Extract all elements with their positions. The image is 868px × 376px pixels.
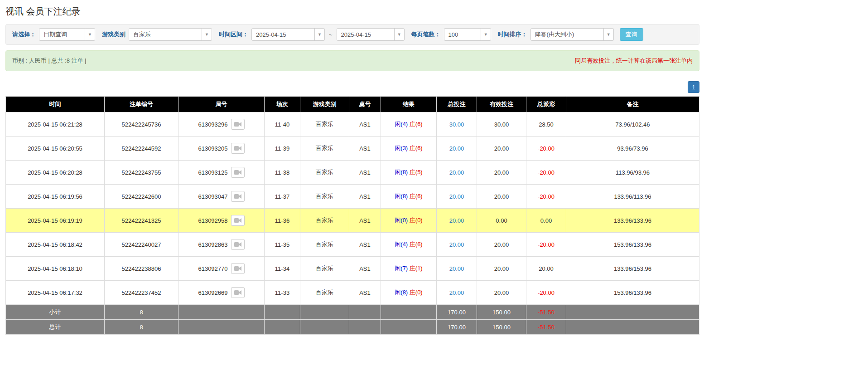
cell-game-type: 百家乐: [300, 209, 349, 233]
date-from-input[interactable]: 2025-04-15 ▼: [251, 28, 325, 41]
chevron-down-icon[interactable]: ▼: [481, 29, 491, 40]
video-replay-button[interactable]: [231, 191, 245, 202]
player-result: 闲(8): [395, 193, 408, 200]
cell-time: 2025-04-15 06:19:56: [6, 185, 105, 209]
column-header: 备注: [566, 97, 699, 112]
cell-payout: -20.00: [526, 281, 566, 305]
cell-result: 闲(4) 庄(6): [381, 233, 437, 257]
cell-table-no: AS1: [349, 233, 381, 257]
cell-bet-id: 522422244592: [105, 137, 178, 161]
column-header: 局号: [178, 97, 265, 112]
time-sort-label: 时间排序：: [498, 30, 527, 39]
cell-valid-bet: 20.00: [477, 185, 526, 209]
date-range-separator: ~: [328, 31, 333, 38]
cell-remark: 133.96/153.96: [566, 257, 699, 281]
select-type-label: 请选择：: [12, 30, 36, 39]
cell-payout: 28.50: [526, 112, 566, 137]
cell-total-bet: 20.00: [437, 209, 477, 233]
banker-result: 庄(1): [410, 265, 423, 272]
chevron-down-icon[interactable]: ▼: [314, 29, 324, 40]
cell-session: 11-39: [265, 137, 300, 161]
cell-round-id: 613092863: [178, 233, 265, 257]
cell-table-no: AS1: [349, 161, 381, 185]
table-body: 2025-04-15 06:21:28522422245736613093296…: [6, 112, 699, 305]
cell-round-id: 613093047: [178, 185, 265, 209]
page-container: 视讯 会员下注纪录 请选择： 日期查询 ▼ 游戏类别 百家乐 ▼ 时间区间： 2…: [0, 0, 705, 376]
cell-remark: 113.96/93.96: [566, 161, 699, 185]
cell-time: 2025-04-15 06:19:19: [6, 209, 105, 233]
column-header: 桌号: [349, 97, 381, 112]
table-header-row: 时间注单编号局号场次游戏类别桌号结果总投注有效投注总派彩备注: [6, 97, 699, 112]
column-header: 结果: [381, 97, 437, 112]
chevron-down-icon[interactable]: ▼: [85, 29, 95, 40]
video-replay-button[interactable]: [231, 287, 245, 298]
cell-total-bet: 20.00: [437, 281, 477, 305]
summary-total-bet: 170.00: [437, 305, 477, 320]
video-replay-button[interactable]: [231, 143, 245, 154]
cell-round-id: 613092958: [178, 209, 265, 233]
summary-count: 8: [105, 320, 178, 335]
cell-table-no: AS1: [349, 209, 381, 233]
cell-time: 2025-04-15 06:20:28: [6, 161, 105, 185]
chevron-down-icon[interactable]: ▼: [394, 29, 404, 40]
total-bet-link[interactable]: 20.00: [449, 169, 464, 176]
game-type-select[interactable]: 百家乐 ▼: [129, 28, 212, 41]
video-replay-button[interactable]: [231, 215, 245, 226]
date-to-value: 2025-04-15: [337, 29, 394, 40]
banker-result: 庄(6): [410, 145, 423, 151]
cell-table-no: AS1: [349, 257, 381, 281]
page-size-select[interactable]: 100 ▼: [444, 28, 491, 41]
chevron-down-icon[interactable]: ▼: [603, 29, 613, 40]
round-id-text: 613093296: [198, 121, 227, 128]
cell-result: 闲(7) 庄(1): [381, 257, 437, 281]
summary-total-bet: 170.00: [437, 320, 477, 335]
column-header: 总投注: [437, 97, 477, 112]
date-to-input[interactable]: 2025-04-15 ▼: [337, 28, 405, 41]
summary-bar: 币别 : 人民币 | 总共 :8 注单 | 同局有效投注，统一计算在该局第一张注…: [5, 50, 699, 71]
cell-session: 11-36: [265, 209, 300, 233]
cell-valid-bet: 20.00: [477, 281, 526, 305]
table-row: 2025-04-15 06:20:28522422243755613093125…: [6, 161, 699, 185]
cell-remark: 133.96/113.96: [566, 185, 699, 209]
total-bet-link[interactable]: 20.00: [449, 289, 464, 296]
query-type-select[interactable]: 日期查询 ▼: [39, 28, 95, 41]
cell-round-id: 613093205: [178, 137, 265, 161]
total-bet-link[interactable]: 20.00: [449, 265, 464, 272]
video-replay-button[interactable]: [231, 239, 245, 250]
chevron-down-icon[interactable]: ▼: [202, 29, 212, 40]
video-replay-button[interactable]: [231, 119, 245, 130]
player-result: 闲(0): [395, 217, 408, 224]
cell-result: 闲(4) 庄(6): [381, 112, 437, 137]
banker-result: 庄(0): [410, 217, 423, 224]
game-type-label: 游戏类别: [102, 30, 125, 39]
total-bet-link[interactable]: 20.00: [449, 217, 464, 224]
total-bet-link[interactable]: 20.00: [449, 241, 464, 248]
player-result: 闲(8): [395, 169, 408, 176]
video-replay-button[interactable]: [231, 263, 245, 274]
video-replay-button[interactable]: [231, 167, 245, 178]
total-bet-link[interactable]: 20.00: [449, 193, 464, 200]
cell-session: 11-34: [265, 257, 300, 281]
table-footer: 小计8170.00150.00-51.50总计8170.00150.00-51.…: [6, 305, 699, 335]
page-1-button[interactable]: 1: [688, 81, 699, 93]
table-row: 2025-04-15 06:19:19522422241325613092958…: [6, 209, 699, 233]
round-id-text: 613092669: [198, 289, 227, 296]
cell-game-type: 百家乐: [300, 161, 349, 185]
cell-time: 2025-04-15 06:21:28: [6, 112, 105, 137]
time-range-label: 时间区间：: [219, 30, 248, 39]
cell-remark: 153.96/133.96: [566, 233, 699, 257]
summary-count: 8: [105, 305, 178, 320]
column-header: 注单编号: [105, 97, 178, 112]
search-button[interactable]: 查询: [620, 28, 643, 41]
currency-total-text: 币别 : 人民币 | 总共 :8 注单 |: [12, 57, 87, 65]
total-bet-link[interactable]: 20.00: [449, 145, 464, 152]
cell-bet-id: 522422238806: [105, 257, 178, 281]
cell-bet-id: 522422241325: [105, 209, 178, 233]
time-sort-select[interactable]: 降幂(由大到小) ▼: [530, 28, 614, 41]
video-camera-icon: [234, 218, 241, 223]
cell-payout: 20.00: [526, 257, 566, 281]
round-id-text: 613093047: [198, 193, 227, 200]
cell-table-no: AS1: [349, 281, 381, 305]
banker-result: 庄(6): [410, 193, 423, 200]
total-bet-link[interactable]: 30.00: [449, 121, 464, 128]
